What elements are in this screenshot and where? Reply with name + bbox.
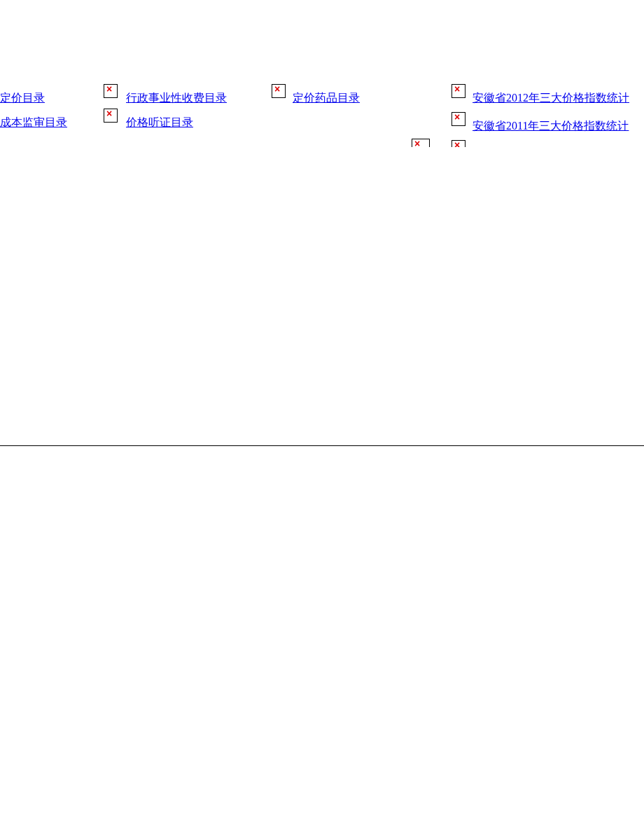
broken-image-icon	[104, 84, 118, 98]
link-pricing-catalog[interactable]: 定价目录	[0, 92, 45, 104]
broken-image-icon	[451, 112, 465, 126]
link-price-hearing-cell: 价格听证目录	[126, 116, 193, 130]
link-drug-pricing-catalog[interactable]: 定价药品目录	[293, 92, 360, 104]
link-anhui-2011-index[interactable]: 安徽省2011年三大价格指数统计	[472, 120, 629, 132]
broken-image-icon	[451, 140, 465, 147]
link-cost-audit-cell: 成本监审目录	[0, 116, 67, 130]
link-drug-pricing-cell: 定价药品目录	[293, 91, 360, 106]
link-cost-audit-catalog[interactable]: 成本监审目录	[0, 116, 67, 128]
link-price-hearing-catalog[interactable]: 价格听证目录	[126, 116, 193, 128]
broken-image-icon	[104, 109, 118, 123]
broken-image-icon	[272, 84, 286, 98]
broken-image-icon	[412, 139, 430, 147]
link-anhui-2011-cell: 安徽省2011年三大价格指数统计	[472, 119, 629, 134]
link-anhui-2012-index[interactable]: 安徽省2012年三大价格指数统计	[472, 92, 629, 104]
link-pricing-catalog-cell: 定价目录	[0, 91, 45, 106]
broken-image-icon	[451, 84, 465, 98]
link-admin-fee-catalog[interactable]: 行政事业性收费目录	[126, 92, 227, 104]
link-admin-fee-cell: 行政事业性收费目录	[126, 91, 227, 106]
link-anhui-2012-cell: 安徽省2012年三大价格指数统计	[472, 91, 629, 106]
